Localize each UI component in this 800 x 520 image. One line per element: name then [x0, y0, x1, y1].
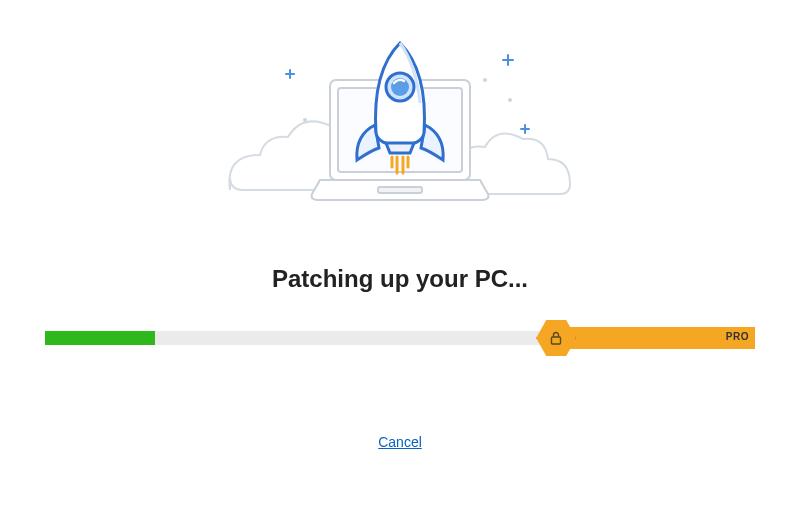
page-title: Patching up your PC... — [0, 265, 800, 293]
lock-icon — [548, 330, 564, 346]
svg-rect-18 — [552, 337, 561, 344]
hero-illustration — [0, 0, 800, 215]
pro-lock-badge[interactable] — [536, 318, 576, 358]
svg-point-8 — [508, 98, 512, 102]
progress-fill-green — [45, 331, 155, 345]
svg-point-7 — [483, 78, 487, 82]
rocket-laptop-illustration — [210, 25, 590, 215]
pro-label: PRO — [726, 331, 749, 342]
progress-bar: PRO — [45, 323, 755, 353]
cancel-link[interactable]: Cancel — [378, 434, 422, 450]
svg-rect-11 — [378, 187, 422, 193]
